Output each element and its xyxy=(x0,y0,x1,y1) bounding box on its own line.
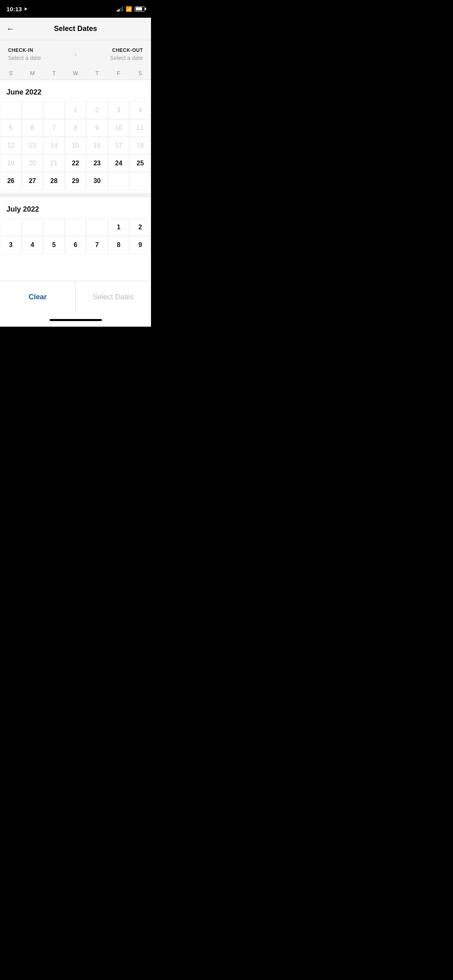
wifi-icon: 📶 xyxy=(126,6,132,12)
june-day-16[interactable]: 16 xyxy=(86,137,108,154)
cal-empty xyxy=(22,218,43,236)
header: ← Select Dates xyxy=(0,18,151,40)
back-button[interactable]: ← xyxy=(6,24,14,33)
month-june-2022: June 2022 1 2 3 4 5 6 7 8 9 10 11 12 xyxy=(0,80,151,190)
checkin-label: CHECK-IN xyxy=(8,47,68,53)
june-day-3[interactable]: 3 xyxy=(108,101,130,119)
status-bar: 10:13 ➤ 📶 xyxy=(0,0,151,18)
clear-button[interactable]: Clear xyxy=(0,281,76,313)
june-day-26[interactable]: 26 xyxy=(0,172,22,190)
signal-icon xyxy=(117,6,124,12)
june-day-18[interactable]: 18 xyxy=(129,137,151,154)
june-day-1[interactable]: 1 xyxy=(65,101,87,119)
june-day-25[interactable]: 25 xyxy=(129,154,151,172)
month-title-june: June 2022 xyxy=(0,88,151,101)
june-calendar-grid: 1 2 3 4 5 6 7 8 9 10 11 12 13 14 15 16 1… xyxy=(0,101,151,190)
june-day-30[interactable]: 30 xyxy=(86,172,108,190)
cal-empty xyxy=(43,101,65,119)
checkout-label: CHECK-OUT xyxy=(83,47,143,53)
page-title: Select Dates xyxy=(54,25,97,33)
july-day-1[interactable]: 1 xyxy=(108,218,130,236)
cal-empty xyxy=(43,218,65,236)
june-day-7[interactable]: 7 xyxy=(43,119,65,137)
checkin-block[interactable]: CHECK-IN Select a date xyxy=(8,47,68,61)
home-indicator xyxy=(0,313,151,327)
chevron-right-icon: › xyxy=(68,49,83,60)
june-day-17[interactable]: 17 xyxy=(108,137,130,154)
checkout-date: Select a date xyxy=(83,55,143,61)
june-day-22[interactable]: 22 xyxy=(65,154,87,172)
month-separator xyxy=(0,193,151,197)
month-title-july: July 2022 xyxy=(0,205,151,218)
day-header-tue: T xyxy=(43,70,65,76)
july-day-3[interactable]: 3 xyxy=(0,236,22,254)
july-day-9[interactable]: 9 xyxy=(129,236,151,254)
cal-empty xyxy=(22,101,43,119)
june-day-14[interactable]: 14 xyxy=(43,137,65,154)
cal-empty xyxy=(0,101,22,119)
july-day-7[interactable]: 7 xyxy=(86,236,108,254)
july-calendar-grid: 1 2 3 4 5 6 7 8 9 xyxy=(0,218,151,254)
july-day-5[interactable]: 5 xyxy=(43,236,65,254)
day-headers-row: S M T W T F S xyxy=(0,67,151,80)
june-day-9[interactable]: 9 xyxy=(86,119,108,137)
day-header-thu: T xyxy=(86,70,108,76)
bottom-actions: Clear Select Dates xyxy=(0,281,151,313)
month-july-2022: July 2022 1 2 3 4 5 6 7 8 9 xyxy=(0,197,151,254)
july-day-4[interactable]: 4 xyxy=(22,236,43,254)
july-day-8[interactable]: 8 xyxy=(108,236,130,254)
day-header-sat: S xyxy=(129,70,151,76)
june-day-29[interactable]: 29 xyxy=(65,172,87,190)
july-day-6[interactable]: 6 xyxy=(65,236,87,254)
june-day-19[interactable]: 19 xyxy=(0,154,22,172)
calendar-scroll: June 2022 1 2 3 4 5 6 7 8 9 10 11 12 xyxy=(0,80,151,281)
cal-empty xyxy=(108,172,130,190)
day-header-fri: F xyxy=(108,70,130,76)
june-day-28[interactable]: 28 xyxy=(43,172,65,190)
june-day-5[interactable]: 5 xyxy=(0,119,22,137)
battery-icon xyxy=(134,6,145,12)
june-day-24[interactable]: 24 xyxy=(108,154,130,172)
cal-empty xyxy=(86,218,108,236)
june-day-20[interactable]: 20 xyxy=(22,154,43,172)
june-day-23[interactable]: 23 xyxy=(86,154,108,172)
checkin-date: Select a date xyxy=(8,55,68,61)
select-dates-button[interactable]: Select Dates xyxy=(76,281,151,313)
day-header-sun: S xyxy=(0,70,22,76)
day-header-mon: M xyxy=(22,70,43,76)
june-day-11[interactable]: 11 xyxy=(129,119,151,137)
home-bar xyxy=(50,319,102,321)
cal-empty xyxy=(0,218,22,236)
june-day-12[interactable]: 12 xyxy=(0,137,22,154)
bottom-spacer xyxy=(0,254,151,262)
june-day-15[interactable]: 15 xyxy=(65,137,87,154)
cal-empty xyxy=(65,218,87,236)
date-selection-row: CHECK-IN Select a date › CHECK-OUT Selec… xyxy=(0,40,151,67)
time-display: 10:13 xyxy=(6,6,22,12)
june-day-6[interactable]: 6 xyxy=(22,119,43,137)
june-day-2[interactable]: 2 xyxy=(86,101,108,119)
july-day-2[interactable]: 2 xyxy=(129,218,151,236)
june-day-8[interactable]: 8 xyxy=(65,119,87,137)
cal-empty xyxy=(129,172,151,190)
june-day-21[interactable]: 21 xyxy=(43,154,65,172)
june-day-27[interactable]: 27 xyxy=(22,172,43,190)
nav-arrow-icon: ➤ xyxy=(24,6,27,12)
june-day-4[interactable]: 4 xyxy=(129,101,151,119)
day-header-wed: W xyxy=(65,70,87,76)
june-day-10[interactable]: 10 xyxy=(108,119,130,137)
june-day-13[interactable]: 13 xyxy=(22,137,43,154)
checkout-block[interactable]: CHECK-OUT Select a date xyxy=(83,47,143,61)
